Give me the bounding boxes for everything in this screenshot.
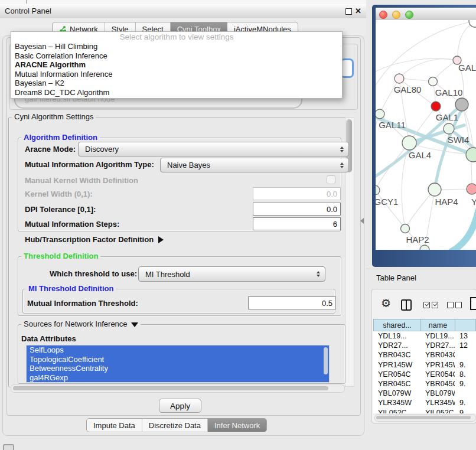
dock-panel-icon[interactable] xyxy=(3,444,14,450)
algorithm-definition-title: Algorithm Definition xyxy=(21,133,100,142)
network-edge[interactable] xyxy=(376,58,457,73)
data-attributes-list[interactable]: SelfLoopsTopologicalCoefficientBetweenne… xyxy=(26,345,330,383)
table-cell: YPR145W xyxy=(420,361,455,369)
file-icon[interactable] xyxy=(470,297,476,310)
attribute-item[interactable]: TopologicalCoefficient xyxy=(27,355,329,364)
threshold-title: Threshold Definition xyxy=(21,252,100,260)
network-node-hap4[interactable] xyxy=(428,183,441,196)
algorithm-dropdown-list[interactable]: Select algorithm to view settings Bayesi… xyxy=(11,31,343,99)
kernel-width-field[interactable]: 0.0 xyxy=(253,187,341,200)
apply-button[interactable]: Apply xyxy=(159,399,201,413)
network-node[interactable] xyxy=(469,20,476,27)
network-edge[interactable] xyxy=(399,59,457,79)
table-cell: YDR27... xyxy=(373,341,420,350)
bottom-tab-discretize-data[interactable]: Discretize Data xyxy=(142,419,208,432)
node-label: Y xyxy=(471,197,476,207)
deselect-all-icon[interactable] xyxy=(447,302,454,308)
gear-icon[interactable]: ⚙ xyxy=(381,298,391,309)
algorithm-option[interactable]: Basic Correlation Inference xyxy=(11,51,342,61)
network-edge[interactable] xyxy=(457,21,475,60)
attribute-item[interactable]: SelfLoops xyxy=(27,345,329,355)
network-node-hap2[interactable] xyxy=(401,224,410,233)
table-cell: YBR045C xyxy=(373,380,420,388)
network-node-gal4[interactable] xyxy=(402,136,416,150)
sources-collapse[interactable]: Sources for Network Inference xyxy=(21,320,141,328)
mi-type-value: Naive Bayes xyxy=(167,161,210,169)
network-edge[interactable] xyxy=(376,143,409,190)
columns-icon[interactable] xyxy=(401,299,412,311)
which-threshold-select[interactable]: MI Threshold xyxy=(138,266,325,282)
mi-steps-field[interactable]: 6 xyxy=(253,217,341,230)
control-panel-titlebar: Control Panel ✕ xyxy=(0,4,366,19)
stepper-icon xyxy=(340,146,344,152)
table-hscroll-thumb[interactable] xyxy=(376,416,471,419)
float-panel-icon[interactable] xyxy=(345,8,352,15)
algorithm-option[interactable]: Bayesian – K2 xyxy=(11,79,342,88)
network-node-gal80[interactable] xyxy=(395,74,404,83)
algorithm-option[interactable]: ARACNE Algorithm xyxy=(11,60,342,70)
manual-kernel-label: Manual Kernel Width Definition xyxy=(25,176,138,185)
settings-hscrollbar[interactable] xyxy=(11,384,345,393)
collapse-down-icon[interactable] xyxy=(131,322,138,327)
bottom-tab-infer-network[interactable]: Infer Network xyxy=(208,419,266,432)
algorithm-option[interactable]: Dream8 DC_TDC Algorithm xyxy=(11,88,342,97)
top-strip xyxy=(0,0,366,4)
close-icon[interactable]: ✕ xyxy=(355,4,361,18)
table-cell: YLR345W xyxy=(420,399,455,407)
select-all-icon[interactable] xyxy=(432,302,438,308)
bottom-tab-impute-data[interactable]: Impute Data xyxy=(87,419,142,432)
node-label: GAL4 xyxy=(409,150,431,160)
network-node-gal10[interactable] xyxy=(429,77,438,86)
network-node[interactable] xyxy=(466,148,476,162)
table-row[interactable]: YBL079WYBL079W xyxy=(373,389,476,398)
table-row[interactable]: YBR043CYBR043C xyxy=(373,350,476,360)
table-row[interactable]: YBR045CYBR045C9. xyxy=(373,379,476,389)
table-cell: YBL079W xyxy=(373,389,420,397)
list-scroll-thumb[interactable] xyxy=(324,347,328,374)
table-cell: YBR045C xyxy=(420,380,455,388)
network-node-gcy1[interactable] xyxy=(376,185,380,195)
network-canvas[interactable]: GALGAL80GAL10GAL1GAL11SWI4GAL4GCY1HAP4YH… xyxy=(376,20,476,250)
dpi-tolerance-field[interactable]: 0.0 xyxy=(253,203,341,216)
table-row[interactable]: YDL19...YDL19...13 xyxy=(373,331,476,341)
table-row[interactable]: YLR345WYLR345W9. xyxy=(373,398,476,407)
table-hscrollbar[interactable] xyxy=(374,414,476,422)
network-node-swi4[interactable] xyxy=(444,123,454,134)
column-header[interactable]: name xyxy=(421,319,455,331)
network-edge[interactable] xyxy=(376,190,405,229)
minimize-traffic-light[interactable] xyxy=(392,11,400,19)
expand-right-icon[interactable] xyxy=(158,236,164,243)
mi-threshold-field[interactable]: 0.5 xyxy=(248,296,336,309)
mi-type-select[interactable]: Naive Bayes xyxy=(160,158,349,172)
attribute-item[interactable]: BetweennessCentrality xyxy=(27,364,329,373)
network-node-gal11[interactable] xyxy=(376,109,384,119)
hscroll-thumb[interactable] xyxy=(13,386,328,390)
dpi-tolerance-label: DPI Tolerance [0,1]: xyxy=(25,205,96,214)
close-traffic-light[interactable] xyxy=(379,11,387,19)
network-edge[interactable] xyxy=(380,79,399,114)
hub-definition-expander[interactable]: Hub/Transcription Factor Definition xyxy=(25,235,164,244)
zoom-traffic-light[interactable] xyxy=(405,11,413,19)
column-header[interactable] xyxy=(455,319,476,331)
algorithm-option[interactable]: Mutual Information Inference xyxy=(11,70,342,79)
network-edge[interactable] xyxy=(405,190,435,229)
table-row[interactable]: YDR27...YDR27...12 xyxy=(373,341,476,350)
stepper-icon xyxy=(317,271,320,277)
network-node-y[interactable] xyxy=(467,184,476,194)
panel-divider-arrow[interactable] xyxy=(360,218,364,224)
network-edge[interactable] xyxy=(433,60,457,81)
deselect-all-icon[interactable] xyxy=(455,302,462,308)
aracne-mode-select[interactable]: Discovery xyxy=(78,142,349,156)
manual-kernel-checkbox[interactable] xyxy=(327,175,335,184)
column-header[interactable]: shared... xyxy=(374,319,421,331)
table-row[interactable]: YIL052CYIL052C9 xyxy=(373,408,476,414)
network-window-titlebar[interactable] xyxy=(376,8,476,21)
attribute-item[interactable]: gal4RGexp xyxy=(27,373,329,383)
table-row[interactable]: YPR145WYPR145W9. xyxy=(373,360,476,370)
network-edge[interactable] xyxy=(451,210,476,250)
network-node[interactable] xyxy=(455,98,468,111)
algorithm-option[interactable]: Bayesian – Hill Climbing xyxy=(11,42,342,51)
select-all-icon[interactable] xyxy=(423,302,430,308)
network-node-gal1[interactable] xyxy=(431,102,441,111)
table-row[interactable]: YER054CYER054C8. xyxy=(373,370,476,379)
